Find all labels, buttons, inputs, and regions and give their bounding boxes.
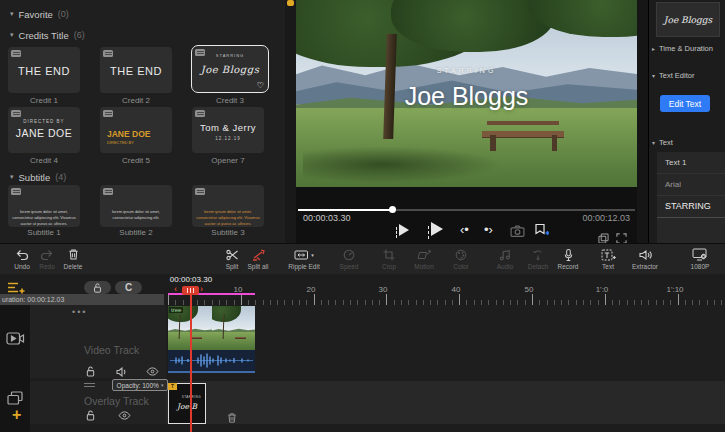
ruler-tick-label: 1':10: [663, 285, 687, 294]
export-resolution-button[interactable]: 1080P: [676, 247, 724, 270]
scrollbar-thumb[interactable]: [287, 0, 294, 6]
section-count: (4): [55, 172, 66, 182]
overlay-track-lock-button[interactable]: [86, 410, 95, 421]
overlay-track-visibility-button[interactable]: [118, 411, 131, 420]
template-card-subtitle3[interactable]: lorem ipsum dolor sit amet, consectetur …: [192, 185, 264, 227]
play-button[interactable]: [428, 222, 443, 239]
video-track-lock-button[interactable]: [86, 366, 95, 377]
monitor-gear-icon: [676, 247, 724, 262]
section-label: Time & Duration: [659, 44, 713, 53]
split-all-icon: [236, 247, 280, 262]
text-layer-item[interactable]: Text 1: [657, 152, 725, 174]
ruler-tick-label: 50: [517, 285, 541, 294]
delete-track-button[interactable]: [227, 412, 237, 424]
template-library-panel: ▾ Favorite (0) ▾ Credits Title (6) THE E…: [0, 0, 296, 243]
card-caption: Credit 1: [8, 96, 80, 105]
template-card-opener7[interactable]: Tom & Jerry 12.12.19: [192, 107, 264, 153]
section-label: Text: [659, 138, 673, 147]
eye-icon: [146, 367, 159, 376]
track-list-plus-icon: [7, 281, 26, 295]
template-card-credit3-selected[interactable]: STARRING Joe Bloggs ♡: [192, 46, 268, 92]
preview-video-frame[interactable]: STARRING Joe Bloggs: [296, 0, 637, 187]
edit-text-button[interactable]: Edit Text: [660, 95, 710, 112]
manage-tracks-button[interactable]: [7, 281, 26, 295]
panel-scrollbar[interactable]: [285, 0, 296, 243]
template-card-subtitle2[interactable]: lorem ipsum dolor sit amet, consectetur …: [100, 185, 172, 227]
add-track-plus-button[interactable]: +: [12, 408, 21, 422]
play-bar-icon: [396, 227, 397, 238]
lock-track-button[interactable]: [84, 281, 111, 294]
thumbnail-title-text: Joe Bloggs: [664, 15, 712, 25]
preview-total-time: 00:00:12.03: [582, 213, 630, 223]
template-card-credit1[interactable]: THE END: [8, 47, 80, 93]
speed-button[interactable]: Speed: [327, 247, 371, 270]
snap-button[interactable]: C: [115, 281, 142, 294]
scene-layer: [303, 146, 501, 183]
text-editor-section[interactable]: ▾ Text Editor: [652, 71, 694, 80]
microphone-icon: [546, 247, 590, 262]
card-title: JANE DOE: [107, 129, 150, 139]
record-button[interactable]: Record: [546, 247, 590, 270]
split-all-button[interactable]: Split all: [236, 247, 280, 270]
clip-audio-baseline: [168, 371, 255, 373]
overlay-track-lane[interactable]: [166, 381, 725, 424]
scene-layer: [552, 135, 557, 152]
section-label: Credits Title: [19, 30, 69, 41]
font-name-item[interactable]: Arial: [657, 174, 725, 196]
timeline-ruler[interactable]: [168, 294, 725, 305]
template-card-credit5[interactable]: JANE DOE DIRECTED BY: [100, 107, 172, 153]
properties-panel: Joe Bloggs ▸ Time & Duration ▾ Text Edit…: [648, 0, 725, 243]
lock-icon: [93, 283, 102, 293]
selected-title-thumbnail[interactable]: Joe Bloggs: [656, 2, 720, 37]
card-eyebrow: DIRECTED BY: [8, 119, 80, 124]
video-track-mute-button[interactable]: [116, 367, 128, 377]
playhead-handle[interactable]: [182, 286, 199, 295]
lock-icon: [86, 366, 95, 377]
text-value-item[interactable]: STARRING: [657, 196, 725, 218]
video-track-visibility-button[interactable]: [146, 367, 159, 376]
template-card-subtitle1[interactable]: lorem ipsum dolor sit amet, consectetur …: [8, 185, 80, 227]
overlay-layers-icon: [7, 391, 23, 405]
collapse-arrow-icon: ▾: [10, 31, 14, 39]
preview-title-eyebrow: STARRING: [296, 67, 637, 74]
ruler-tick-label: 20: [299, 285, 323, 294]
color-button[interactable]: Color: [439, 247, 483, 270]
title-clip-type-icon: T: [168, 383, 177, 390]
video-clip[interactable]: tree: [168, 306, 255, 350]
preview-title-text: Joe Bloggs: [296, 82, 637, 111]
card-body-text: lorem ipsum dolor sit amet, consectetur …: [12, 209, 76, 226]
snapshot-button[interactable]: [510, 225, 525, 237]
playhead-left-arrow-icon: ‹: [174, 284, 177, 294]
section-credits-title[interactable]: ▾ Credits Title (6): [10, 29, 85, 41]
section-label: Subtitle: [19, 172, 51, 183]
opacity-badge[interactable]: Opacity: 100% ▾: [112, 379, 168, 391]
add-marker-button[interactable]: [534, 223, 549, 237]
template-type-icon: [11, 110, 21, 117]
track-drag-handle[interactable]: [84, 383, 95, 384]
ripple-edit-button[interactable]: ▾ Ripple Edit: [278, 247, 330, 270]
section-subtitle[interactable]: ▾ Subtitle (4): [10, 171, 66, 183]
title-clip[interactable]: T STARRING Joe B: [168, 383, 206, 424]
overlay-track-type: [7, 391, 23, 405]
collapse-arrow-icon: ▾: [652, 72, 655, 79]
previous-edit-point-button[interactable]: ‹•: [460, 224, 469, 236]
seek-knob[interactable]: [389, 206, 396, 213]
next-edit-point-button[interactable]: •›: [484, 224, 493, 236]
section-count: (0): [58, 9, 69, 19]
marker-plus-icon: [534, 223, 549, 237]
template-type-icon: [195, 188, 205, 195]
card-title: THE END: [100, 65, 172, 77]
template-card-credit4[interactable]: DIRECTED BY JANE DOE: [8, 107, 80, 153]
play-to-end-button[interactable]: [396, 224, 409, 239]
delete-button[interactable]: Delete: [51, 247, 95, 270]
play-icon: [399, 224, 409, 236]
track-menu-dots[interactable]: •••: [72, 307, 87, 317]
collapse-arrow-icon: ▾: [10, 173, 14, 181]
time-duration-section[interactable]: ▸ Time & Duration: [652, 44, 713, 53]
template-card-credit2[interactable]: THE END: [100, 47, 172, 93]
favorite-heart-icon[interactable]: ♡: [257, 81, 264, 90]
section-favorite[interactable]: ▾ Favorite (0): [10, 8, 69, 20]
duration-tooltip: uration: 00:00:12.03: [0, 294, 164, 305]
extractor-button[interactable]: Extractor: [621, 247, 669, 270]
text-section[interactable]: ▾ Text: [652, 138, 673, 147]
